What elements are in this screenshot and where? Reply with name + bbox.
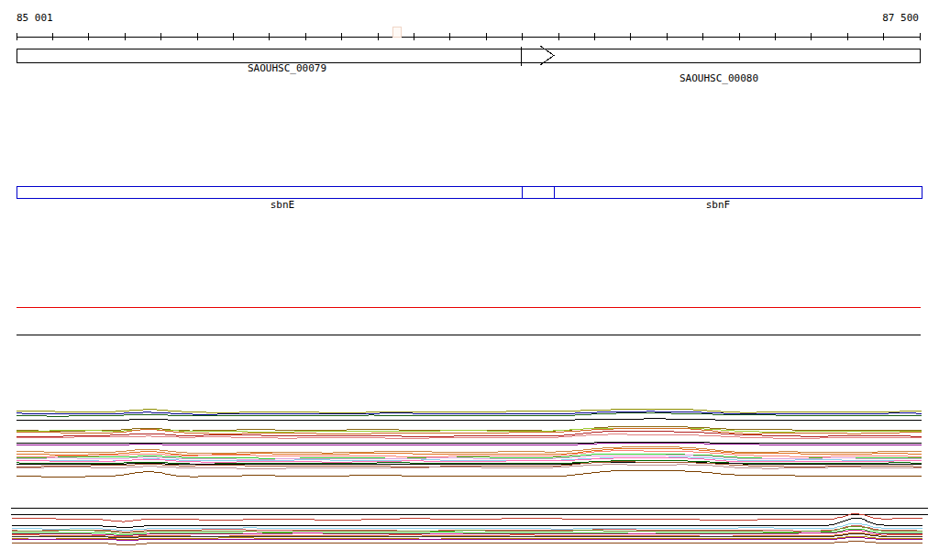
cds-label-sbne[interactable]: sbnE bbox=[271, 199, 295, 211]
series-line bbox=[17, 409, 922, 412]
cds-label-sbnf[interactable]: sbnF bbox=[706, 199, 731, 211]
series-line bbox=[17, 418, 922, 420]
gene-feature-box[interactable] bbox=[17, 49, 920, 62]
series-line bbox=[12, 537, 922, 540]
reference-lines bbox=[11, 307, 928, 514]
series-line bbox=[17, 446, 922, 453]
series-line bbox=[12, 541, 922, 544]
ruler-start-coordinate: 85 001 bbox=[17, 12, 53, 24]
series-line bbox=[17, 442, 922, 443]
genome-view: 85 001 87 500 SAOUHSC_00079 SAOUHSC_0008… bbox=[0, 0, 939, 560]
series-line bbox=[17, 470, 922, 477]
gene-label-saouhsc-00079[interactable]: SAOUHSC_00079 bbox=[248, 62, 326, 74]
ruler-end-coordinate: 87 500 bbox=[882, 12, 919, 24]
coverage-lines-bottom bbox=[12, 513, 922, 544]
genome-browser-canvas: 85 001 87 500 SAOUHSC_00079 SAOUHSC_0008… bbox=[0, 0, 939, 560]
gene-label-saouhsc-00080[interactable]: SAOUHSC_00080 bbox=[679, 72, 758, 84]
cds-feature-box[interactable] bbox=[17, 186, 922, 198]
cursor-marker[interactable] bbox=[392, 27, 401, 37]
coverage-lines-top bbox=[17, 409, 922, 477]
series-line bbox=[12, 523, 922, 530]
